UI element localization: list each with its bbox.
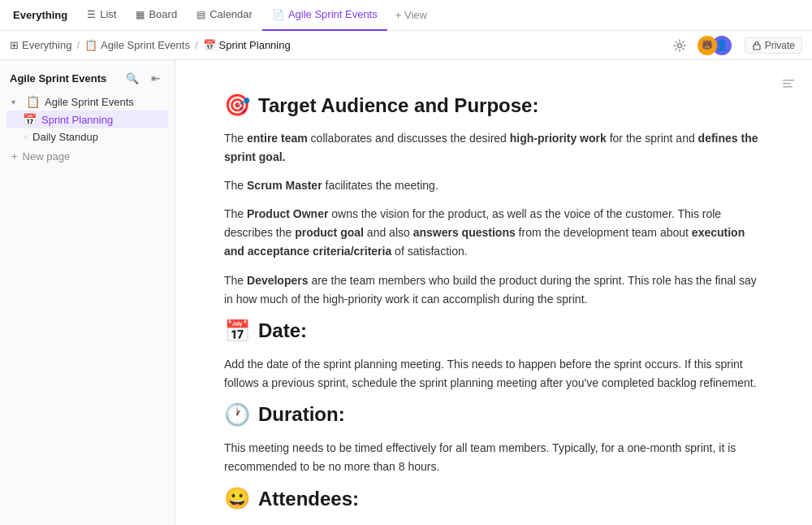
svg-rect-3 <box>783 83 791 85</box>
svg-rect-1 <box>754 45 760 50</box>
target-para-3: The Product Owner owns the vision for th… <box>224 205 763 261</box>
content-area: 🎯 Target Audience and Purpose: The entir… <box>175 60 812 525</box>
breadcrumb-bar: ⊞ Everything / 📋 Agile Sprint Events / 📅… <box>0 31 812 60</box>
tree-arrow-icon: ▾ <box>11 98 21 106</box>
plus-icon: + <box>11 150 18 163</box>
breadcrumb-actions: 🐻 👤 Private <box>668 34 802 57</box>
new-page-button[interactable]: + New page <box>0 147 175 166</box>
agile-icon: 📋 <box>84 39 97 51</box>
list-icon: ☰ <box>87 9 96 20</box>
sidebar-item-agile-sprint-events[interactable]: ▾ 📋 Agile Sprint Events <box>6 93 168 111</box>
section-title-target-audience: Target Audience and Purpose: <box>258 94 538 117</box>
breadcrumb-sep-2: / <box>195 39 198 51</box>
private-button[interactable]: Private <box>745 37 802 54</box>
tab-calendar[interactable]: ▤ Calendar <box>187 0 262 31</box>
calendar-icon: ▤ <box>197 9 205 20</box>
breadcrumb-sep-1: / <box>76 39 80 51</box>
section-title-attendees: Attendees: <box>258 488 359 510</box>
section-date: 📅 Date: Add the date of the sprint plann… <box>224 319 763 393</box>
section-target-audience: 🎯 Target Audience and Purpose: The entir… <box>224 93 763 309</box>
add-view-button[interactable]: + View <box>387 9 435 21</box>
toc-button[interactable] <box>781 76 796 94</box>
section-heading-date: 📅 Date: <box>224 319 763 344</box>
sidebar-tree: ▾ 📋 Agile Sprint Events 📅 Sprint Plannin… <box>0 93 175 145</box>
sprint-icon: 📅 <box>203 39 216 51</box>
sidebar: Agile Sprint Events 🔍 ⇤ ▾ 📋 Agile Sprint… <box>0 60 175 525</box>
tab-agile-sprint-events[interactable]: 📄 Agile Sprint Events <box>262 0 387 31</box>
target-emoji: 🎯 <box>224 93 250 118</box>
sidebar-title: Agile Sprint Events <box>10 72 106 85</box>
avatar-group: 🐻 👤 <box>698 36 732 55</box>
tab-list[interactable]: ☰ List <box>77 0 126 31</box>
breadcrumb-everything[interactable]: ⊞ Everything <box>10 39 71 51</box>
svg-point-0 <box>677 43 681 47</box>
breadcrumb-sprint-planning: 📅 Sprint Planning <box>203 39 291 51</box>
breadcrumb: ⊞ Everything / 📋 Agile Sprint Events / 📅… <box>10 39 291 51</box>
attendees-emoji: 😀 <box>224 486 250 511</box>
target-para-2: The Scrum Master facilitates the meeting… <box>224 176 763 195</box>
sidebar-search-button[interactable]: 🔍 <box>123 68 142 88</box>
duration-emoji: 🕐 <box>224 402 250 427</box>
avatar-1: 🐻 <box>698 36 717 55</box>
section-title-duration: Duration: <box>258 403 345 426</box>
doc-icon: 📄 <box>272 9 284 20</box>
section-title-date: Date: <box>258 319 307 342</box>
sidebar-header: Agile Sprint Events 🔍 ⇤ <box>0 60 175 93</box>
section-attendees: 😀 Attendees: Add all meeting attendees h… <box>224 486 763 525</box>
section-duration: 🕐 Duration: This meeting needs to be tim… <box>224 402 763 476</box>
tab-board[interactable]: ▦ Board <box>126 0 187 31</box>
top-nav: Everything ☰ List ▦ Board ▤ Calendar 📄 A… <box>0 0 812 31</box>
breadcrumb-agile-sprint-events[interactable]: 📋 Agile Sprint Events <box>84 39 190 51</box>
section-heading-duration: 🕐 Duration: <box>224 402 763 427</box>
sidebar-item-sprint-planning[interactable]: 📅 Sprint Planning <box>6 111 168 128</box>
app-logo[interactable]: Everything <box>6 9 74 21</box>
date-para-1: Add the date of the sprint planning meet… <box>224 355 763 393</box>
duration-para-1: This meeting needs to be timed effective… <box>224 439 763 476</box>
date-emoji: 📅 <box>224 319 250 344</box>
section-heading-target-audience: 🎯 Target Audience and Purpose: <box>224 93 763 118</box>
target-para-1: The entire team collaborates and discuss… <box>224 129 763 167</box>
svg-rect-4 <box>783 86 793 88</box>
section-heading-attendees: 😀 Attendees: <box>224 486 763 511</box>
svg-rect-2 <box>783 80 794 81</box>
sidebar-item-daily-standup[interactable]: ○ Daily Standup <box>6 128 168 145</box>
agile-events-icon: 📋 <box>26 95 40 108</box>
daily-standup-icon: ○ <box>23 132 28 141</box>
sidebar-collapse-button[interactable]: ⇤ <box>145 68 165 88</box>
sidebar-header-actions: 🔍 ⇤ <box>123 68 165 88</box>
main-layout: Agile Sprint Events 🔍 ⇤ ▾ 📋 Agile Sprint… <box>0 60 812 525</box>
settings-button[interactable] <box>668 34 691 57</box>
sprint-planning-icon: 📅 <box>23 113 37 126</box>
target-para-4: The Developers are the team members who … <box>224 271 763 309</box>
grid-icon: ⊞ <box>10 39 19 51</box>
board-icon: ▦ <box>136 9 145 20</box>
